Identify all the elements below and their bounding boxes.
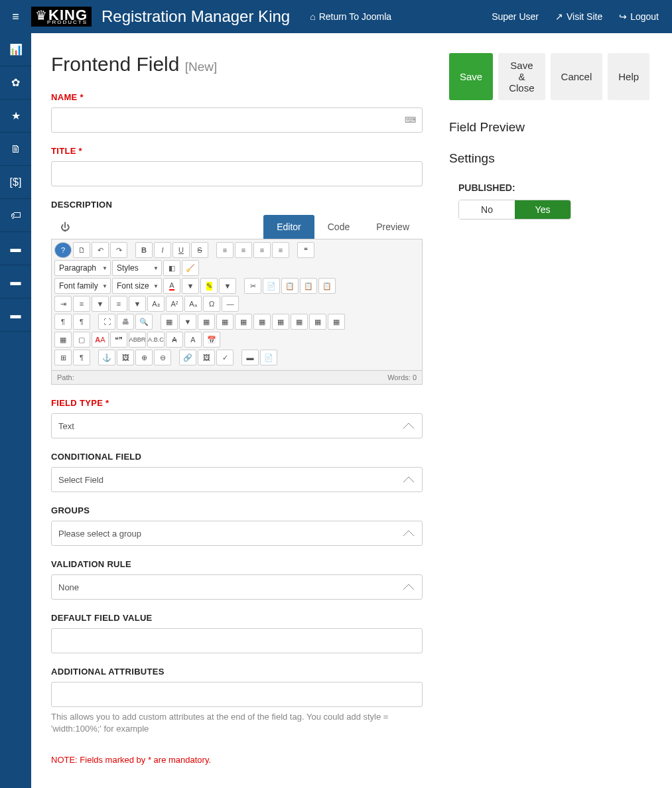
indent-button[interactable]: ⇥ [54,296,72,312]
insert-button[interactable]: ⊕ [135,350,153,365]
char-button[interactable]: Ω [203,296,220,312]
div-button[interactable]: ▢ [73,332,90,348]
superscript-button[interactable]: A² [166,296,183,312]
ul-dropdown[interactable]: ▼ [129,296,146,312]
sidebar-item-book1[interactable]: ▬ [0,232,31,265]
font-family-select[interactable]: Font family [54,278,111,294]
validation-select[interactable]: None [51,574,423,600]
bold-button[interactable]: B [135,242,153,258]
row-after-button[interactable]: ▦ [216,314,234,330]
align-left-button[interactable]: ≡ [216,242,234,258]
col-after-button[interactable]: ▦ [272,314,289,330]
tab-editor[interactable]: Editor [263,215,314,239]
sidebar-item-tags[interactable]: 🏷 [0,199,31,232]
save-close-button[interactable]: Save & Close [498,53,545,100]
row-before-button[interactable]: ▦ [198,314,215,330]
groups-select[interactable]: Please select a group [51,521,423,546]
abbr-button[interactable]: ABBR [129,332,146,348]
text-color-button[interactable]: A [163,278,180,294]
paste-button[interactable]: 📋 [281,278,299,294]
clear-format-button[interactable]: 🧹 [182,260,199,276]
print-button[interactable]: 🖶 [117,314,134,330]
ul-button[interactable]: ≡ [110,296,127,312]
sidebar-item-doc[interactable]: 🗎 [0,133,31,166]
date-button[interactable]: 📅 [203,332,220,348]
media-button[interactable]: 🖼 [198,350,215,365]
sidebar-item-favorites[interactable]: ★ [0,99,31,133]
pagebreak-button[interactable]: 📄 [260,350,277,365]
conditional-select[interactable]: Select Field [51,467,423,492]
col-before-button[interactable]: ▦ [253,314,271,330]
cut-button[interactable]: ✂ [244,278,261,294]
strike-button[interactable]: S [191,242,208,258]
title-input[interactable] [51,161,423,186]
name-input[interactable] [51,107,423,133]
paste-text-button[interactable]: 📋 [300,278,317,294]
bg-color-dropdown[interactable]: ▼ [219,278,236,294]
underline-button[interactable]: U [172,242,190,258]
table-button[interactable]: ▦ [161,314,178,330]
styles-select[interactable]: Styles [112,260,162,276]
fullscreen-button[interactable]: ⛶ [98,314,115,330]
align-right-button[interactable]: ≡ [253,242,271,258]
show-blocks-button[interactable]: ▦ [54,332,72,348]
ins-button[interactable]: A [184,332,202,348]
paragraph-select[interactable]: Paragraph [54,260,111,276]
font-aa-button[interactable]: AA [92,332,109,348]
published-toggle[interactable]: No Yes [458,200,571,220]
user-link[interactable]: Super User [492,11,539,22]
ol-dropdown[interactable]: ▼ [92,296,109,312]
delete-row-button[interactable]: ▦ [235,314,252,330]
sidebar-item-book2[interactable]: ▬ [0,265,31,298]
ltr-button[interactable]: ¶ [54,314,72,330]
default-input[interactable] [51,628,423,653]
sidebar-item-money[interactable]: [$] [0,166,31,199]
sidebar-item-dashboard[interactable]: 📊 [0,33,31,66]
cancel-button[interactable]: Cancel [551,53,603,100]
quote-button[interactable]: ❝❞ [110,332,127,348]
para-button[interactable]: ¶ [73,350,90,365]
blockquote-button[interactable]: ❝ [297,242,314,258]
tab-code[interactable]: Code [314,215,363,239]
remove-button[interactable]: ⊖ [154,350,171,365]
editor-power-button[interactable]: ⏻ [51,215,79,239]
del-button[interactable]: A [166,332,183,348]
eraser-button[interactable]: ◧ [163,260,180,276]
readmore-button[interactable]: ▬ [241,350,259,365]
italic-button[interactable]: I [154,242,171,258]
sidebar-item-settings[interactable]: ✿ [0,66,31,99]
merge-button[interactable]: ▦ [309,314,326,330]
text-color-dropdown[interactable]: ▼ [182,278,199,294]
save-button[interactable]: Save [449,53,493,100]
table-dropdown[interactable]: ▼ [179,314,196,330]
grid-button[interactable]: ⊞ [54,350,72,365]
case-button[interactable]: Aₐ [184,296,202,312]
font-size-select[interactable]: Font size [112,278,162,294]
redo-button[interactable]: ↷ [110,242,127,258]
return-joomla-link[interactable]: ⌂ Return To Joomla [310,11,391,22]
paste-word-button[interactable]: 📋 [318,278,336,294]
align-center-button[interactable]: ≡ [235,242,252,258]
attributes-input[interactable] [51,682,423,707]
bg-color-button[interactable]: ✎ [200,278,218,294]
delete-col-button[interactable]: ▦ [291,314,308,330]
new-doc-button[interactable]: 🗋 [73,242,90,258]
find-button[interactable]: 🔍 [135,314,153,330]
split-button[interactable]: ▦ [328,314,345,330]
field-type-select[interactable]: Text [51,413,423,438]
rtl-button[interactable]: ¶ [73,314,90,330]
align-justify-button[interactable]: ≡ [272,242,289,258]
subscript-button[interactable]: A₂ [147,296,165,312]
image-button[interactable]: 🖼 [117,350,134,365]
help-button[interactable]: Help [608,53,649,100]
help-icon[interactable]: ? [54,242,72,258]
published-yes[interactable]: Yes [515,200,571,219]
hamburger-icon[interactable]: ≡ [0,10,31,24]
logout-link[interactable]: ↪Logout [619,11,659,22]
link-button[interactable]: 🔗 [179,350,196,365]
anchor-button[interactable]: ⚓ [98,350,115,365]
sidebar-item-book3[interactable]: ▬ [0,298,31,332]
hr-button[interactable]: — [222,296,239,312]
spellcheck-button[interactable]: ✓ [216,350,234,365]
logo[interactable]: ♛KING PRODUCTS [31,7,92,27]
